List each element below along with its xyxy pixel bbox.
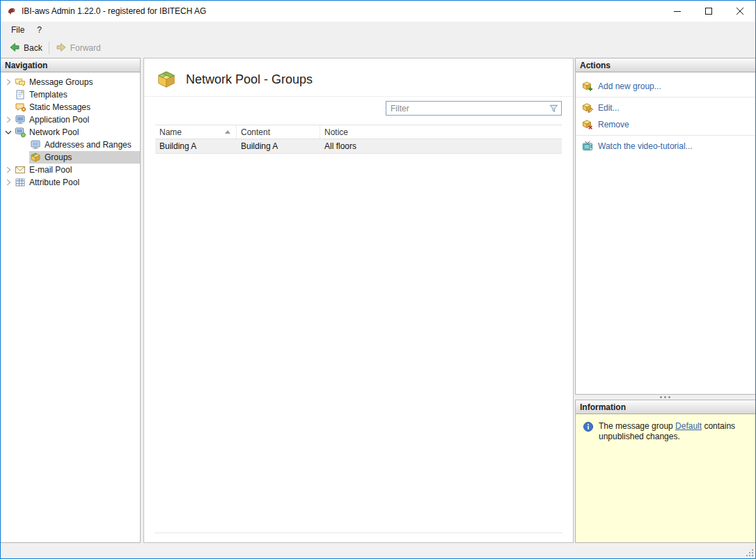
sidebar-item-label: Groups [45, 152, 72, 162]
default-group-link[interactable]: Default [675, 421, 702, 431]
actions-header: Actions [576, 58, 755, 72]
cell-notice: All floors [320, 139, 562, 153]
remove-label: Remove [598, 120, 629, 129]
sidebar-item-attribute-pool[interactable]: Attribute Pool [1, 176, 140, 189]
maximize-button[interactable] [693, 1, 724, 22]
filter-funnel-icon[interactable] [549, 103, 559, 113]
menu-help[interactable]: ? [31, 23, 48, 37]
tv-icon [582, 141, 593, 152]
sidebar-item-message-groups[interactable]: Message Groups [1, 76, 140, 88]
remove-group-icon [582, 119, 593, 130]
workspace: Navigation Message Groups [1, 58, 755, 543]
main-panel: Network Pool - Groups Name [143, 58, 574, 543]
sidebar-item-templates[interactable]: Templates [1, 88, 140, 101]
menu-file[interactable]: File [5, 23, 31, 37]
back-label: Back [24, 43, 42, 53]
sidebar-item-label: Attribute Pool [29, 178, 79, 187]
chevron-down-icon[interactable] [3, 127, 14, 138]
resize-grip[interactable] [745, 548, 755, 558]
forward-button[interactable]: Forward [52, 40, 105, 56]
cell-content: Building A [237, 139, 320, 153]
filter-input[interactable] [386, 101, 562, 116]
sidebar-item-addresses-and-ranges[interactable]: Addresses and Ranges [1, 139, 140, 151]
information-message: The message group Default contains unpub… [576, 414, 755, 442]
toolbar-separator [49, 42, 49, 54]
chevron-right-icon[interactable] [3, 114, 14, 125]
sort-ascending-icon [225, 130, 230, 134]
sidebar-item-label: Static Messages [29, 102, 90, 112]
add-group-icon [582, 81, 593, 92]
navigation-panel: Navigation Message Groups [1, 58, 141, 543]
page-title: Network Pool - Groups [186, 72, 313, 87]
forward-arrow-icon [56, 42, 67, 55]
actions-separator [576, 135, 755, 136]
chevron-placeholder [3, 89, 14, 100]
sidebar-item-label: Addresses and Ranges [45, 140, 132, 150]
chevron-right-icon[interactable] [3, 77, 14, 88]
panel-splitter-handle[interactable] [575, 395, 755, 400]
actions-panel: Actions Add new group... Edit... [575, 58, 755, 395]
column-header-notice[interactable]: Notice [320, 125, 562, 139]
templates-icon [15, 89, 26, 100]
page-title-block: Network Pool - Groups [144, 58, 573, 96]
close-button[interactable] [724, 1, 755, 22]
sidebar-item-label: E-mail Pool [29, 165, 72, 175]
add-new-group-label: Add new group... [598, 81, 661, 91]
sidebar-item-label: Message Groups [29, 77, 93, 87]
column-header-content[interactable]: Content [237, 125, 320, 139]
toolbar: Back Forward [1, 38, 755, 58]
sidebar-item-network-pool[interactable]: Network Pool [1, 126, 140, 139]
app-window: IBI-aws Admin 1.22.0 - registered for IB… [0, 0, 756, 559]
column-header-name[interactable]: Name [155, 125, 237, 139]
info-text-before: The message group [599, 421, 675, 431]
sidebar-item-groups[interactable]: Groups [1, 151, 140, 164]
chevron-placeholder [18, 152, 29, 163]
sidebar-item-application-pool[interactable]: Application Pool [1, 113, 140, 126]
info-icon [583, 421, 594, 432]
sidebar-item-label: Application Pool [29, 115, 89, 125]
sidebar-item-email-pool[interactable]: E-mail Pool [1, 164, 140, 176]
sidebar-item-label: Templates [29, 90, 68, 100]
edit-button[interactable]: Edit... [576, 100, 755, 116]
minimize-button[interactable] [661, 1, 693, 22]
video-tutorial-label: Watch the video-tutorial... [598, 141, 693, 151]
static-messages-icon [15, 102, 26, 113]
cell-name: Building A [155, 139, 237, 153]
chevron-right-icon[interactable] [3, 177, 14, 188]
video-tutorial-link[interactable]: Watch the video-tutorial... [576, 138, 755, 155]
menu-bar: File ? [1, 22, 755, 38]
forward-label: Forward [70, 43, 101, 53]
groups-large-icon [156, 69, 177, 90]
table-header-row: Name Content Notice [155, 125, 562, 139]
back-arrow-icon [9, 42, 20, 55]
attribute-pool-icon [15, 177, 26, 188]
app-logo-icon[interactable] [6, 6, 17, 17]
navigation-tree: Message Groups Templates [1, 72, 140, 189]
edit-label: Edit... [598, 103, 620, 113]
table-bottom-border [155, 533, 562, 533]
right-panel: Actions Add new group... Edit... [575, 58, 755, 543]
application-pool-icon [15, 114, 26, 125]
message-groups-icon [15, 77, 26, 88]
add-new-group-button[interactable]: Add new group... [576, 78, 755, 95]
window-title: IBI-aws Admin 1.22.0 - registered for IB… [22, 6, 661, 16]
title-bar: IBI-aws Admin 1.22.0 - registered for IB… [1, 1, 755, 22]
remove-button[interactable]: Remove [576, 116, 755, 133]
actions-separator [576, 97, 755, 97]
status-bar [1, 543, 755, 558]
filter-row [144, 97, 573, 120]
groups-table: Name Content Notice Building A Building … [155, 125, 562, 154]
information-header: Information [576, 400, 755, 414]
addresses-and-ranges-icon [30, 139, 41, 150]
email-pool-icon [15, 164, 26, 175]
chevron-right-icon[interactable] [3, 164, 14, 175]
groups-icon [30, 152, 41, 163]
edit-group-icon [582, 102, 593, 113]
navigation-header: Navigation [1, 58, 140, 72]
network-pool-icon [15, 127, 26, 138]
back-button[interactable]: Back [5, 40, 47, 56]
table-row[interactable]: Building A Building A All floors [155, 139, 562, 154]
chevron-placeholder [18, 139, 29, 150]
sidebar-item-static-messages[interactable]: Static Messages [1, 101, 140, 113]
chevron-placeholder [3, 102, 14, 113]
